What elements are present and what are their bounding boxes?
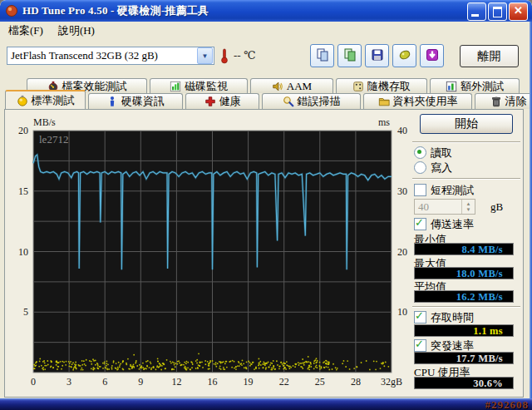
svg-text:le2712: le2712	[39, 133, 68, 146]
info-icon	[106, 96, 118, 107]
tab-硬碟資訊[interactable]: 硬碟資訊	[88, 93, 183, 109]
title-bar[interactable]: HD Tune Pro 4.50 - 硬碟檢測-推薦工具 ✕	[0, 0, 532, 22]
tab-錯誤掃描[interactable]: 錯誤掃描	[262, 93, 361, 109]
hdtune-window: HD Tune Pro 4.50 - 硬碟檢測-推薦工具 ✕ 檔案(F)說明(H…	[0, 0, 532, 410]
window-border-bottom: #292608	[0, 398, 532, 410]
svg-text:16: 16	[208, 376, 218, 388]
temperature-readout: -- ℃	[234, 49, 255, 62]
tab-row-front: 標準測試硬碟資訊健康錯誤掃描資料夾使用率清除	[5, 93, 532, 109]
capacity-spinner[interactable]: 40 ▲▼	[414, 199, 475, 215]
burst-rate-label: 突發速率	[431, 338, 474, 353]
svg-text:12: 12	[171, 376, 181, 388]
tab-AAM[interactable]: AAM	[250, 78, 333, 93]
short-stroke-checkbox[interactable]	[414, 184, 426, 196]
tab-清除[interactable]: 清除	[475, 93, 532, 109]
svg-text:22: 22	[279, 376, 289, 388]
tab-隨機存取[interactable]: 隨機存取	[336, 78, 427, 93]
maximize-icon	[493, 7, 502, 17]
access-time-option[interactable]: 存取時間	[414, 311, 474, 324]
svg-text:40: 40	[397, 125, 407, 136]
thermometer-icon	[219, 47, 229, 67]
close-icon: ✕	[510, 4, 527, 17]
start-button[interactable]: 開始	[420, 114, 513, 134]
copy-results-button[interactable]	[337, 44, 362, 67]
burst-rate-display: 17.7 MB/s	[414, 352, 514, 364]
svg-text:9: 9	[138, 376, 143, 388]
separator	[412, 306, 520, 308]
copy-button[interactable]	[310, 44, 334, 67]
tab-label: 磁碟監視	[185, 79, 228, 94]
maximize-button[interactable]	[488, 2, 507, 21]
chevron-down-icon[interactable]: ▼	[197, 47, 213, 64]
cpu-usage-display: 30.6%	[414, 377, 514, 389]
capacity-unit-label: gB	[490, 200, 503, 214]
tab-label: 隨機存取	[367, 79, 411, 94]
menu-item-help[interactable]: 說明(H)	[58, 23, 95, 38]
avg-label: 平均值	[414, 279, 446, 291]
benchmark-controls: 開始 讀取 寫入 短程測試 40 ▲▼ gB 傳送速率 最小值 8.4 MB/s…	[407, 109, 525, 396]
tab-label: 硬碟資訊	[121, 94, 165, 109]
svg-text:19: 19	[244, 376, 254, 388]
min-label: 最小值	[414, 232, 446, 244]
tab-標準測試[interactable]: 標準測試	[5, 90, 86, 109]
drive-select[interactable]: JetFlash Transcend 32GB (32 gB) ▼	[7, 47, 214, 65]
read-option[interactable]: 讀取	[414, 146, 452, 159]
avg-value-display: 16.2 MB/s	[414, 290, 514, 303]
burst-rate-checkbox[interactable]	[414, 339, 426, 352]
save-button[interactable]	[365, 44, 389, 67]
access-time-display: 1.1 ms	[414, 324, 514, 337]
tab-磁碟監視[interactable]: 磁碟監視	[150, 78, 248, 93]
tab-label: 額外測試	[461, 79, 504, 94]
short-stroke-option[interactable]: 短程測試	[414, 184, 474, 196]
cpu-usage-label: CPU 使用率	[414, 365, 470, 377]
close-button[interactable]: ✕	[509, 2, 528, 21]
gauge-icon	[17, 95, 28, 106]
max-label: 最大值	[414, 256, 446, 268]
svg-text:10: 10	[397, 306, 407, 318]
save-icon	[371, 48, 384, 64]
exit-button[interactable]: 離開	[460, 45, 519, 67]
exit-button-label: 離開	[478, 49, 501, 64]
write-option[interactable]: 寫入	[414, 161, 452, 174]
write-radio[interactable]	[414, 161, 426, 174]
short-stroke-label: 短程測試	[431, 183, 474, 198]
copy-icon	[316, 48, 329, 64]
svg-text:28: 28	[351, 376, 361, 388]
capacity-value: 40	[415, 200, 461, 214]
tab-資料夾使用率[interactable]: 資料夾使用率	[363, 93, 472, 109]
screenshot-icon	[398, 48, 411, 64]
transfer-rate-option[interactable]: 傳送速率	[414, 218, 474, 230]
transfer-rate-checkbox[interactable]	[414, 218, 426, 230]
screenshot-button[interactable]	[392, 44, 416, 67]
app-icon	[5, 4, 18, 17]
tab-row-back: 檔案效能測試磁碟監視AAM隨機存取額外測試	[27, 78, 520, 93]
download-button[interactable]	[420, 44, 444, 67]
spinner-arrows-icon[interactable]: ▲▼	[461, 200, 475, 214]
temperature-value: --	[234, 49, 241, 62]
tab-健康[interactable]: 健康	[185, 93, 259, 109]
separator	[412, 178, 520, 180]
menu-item-file[interactable]: 檔案(F)	[8, 23, 43, 38]
dice-icon	[352, 81, 364, 92]
extra-tests-icon	[446, 81, 457, 92]
svg-text:5: 5	[23, 306, 28, 318]
trash-icon	[490, 96, 502, 107]
tab-額外測試[interactable]: 額外測試	[430, 78, 520, 93]
svg-text:0: 0	[31, 376, 36, 388]
burst-rate-option[interactable]: 突發速率	[414, 339, 474, 352]
tab-label: AAM	[287, 80, 312, 93]
read-label: 讀取	[431, 146, 452, 161]
read-radio[interactable]	[414, 146, 426, 159]
temperature-unit: ℃	[244, 49, 256, 62]
magnifier-icon	[283, 96, 294, 107]
separator	[412, 141, 520, 143]
svg-text:15: 15	[18, 185, 28, 197]
minimize-button[interactable]	[467, 2, 486, 21]
access-time-checkbox[interactable]	[414, 311, 426, 324]
minimize-icon	[471, 14, 479, 17]
svg-text:6: 6	[102, 376, 107, 388]
svg-text:MB/s: MB/s	[33, 116, 56, 128]
max-value-display: 18.0 MB/s	[414, 267, 514, 279]
tab-label: 錯誤掃描	[298, 94, 341, 109]
svg-text:10: 10	[18, 246, 28, 258]
